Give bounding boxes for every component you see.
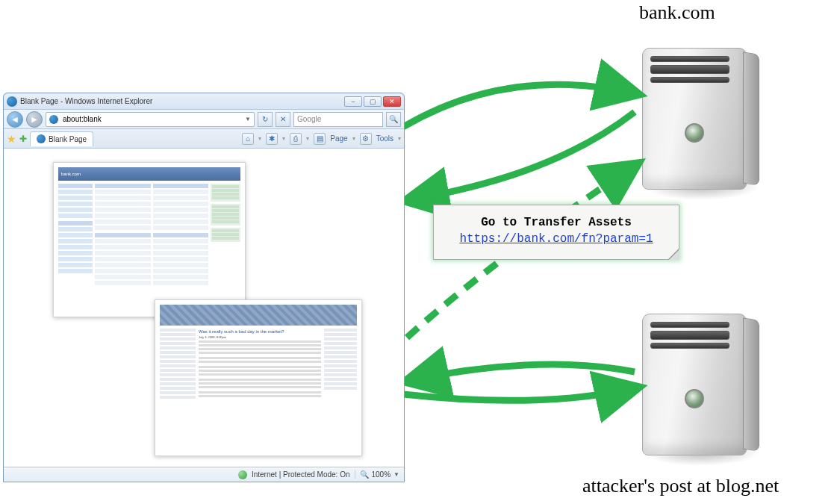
status-zone: Internet | Protected Mode: On bbox=[252, 470, 350, 479]
back-button[interactable]: ◄ bbox=[7, 111, 23, 128]
print-icon[interactable]: ⎙ bbox=[290, 133, 302, 145]
chevron-down-icon[interactable]: ▼ bbox=[393, 471, 399, 478]
power-button-icon bbox=[685, 389, 704, 408]
thumbnail-bank-page: bank.com bbox=[53, 162, 246, 317]
minimize-button[interactable]: − bbox=[344, 96, 362, 107]
thumbnail-blog-page: Was it really such a bad day in the mark… bbox=[155, 299, 362, 456]
ie-icon bbox=[37, 134, 46, 143]
address-input[interactable] bbox=[61, 114, 242, 124]
zoom-level: 100% bbox=[372, 470, 391, 479]
search-placeholder: Google bbox=[297, 115, 321, 123]
address-bar[interactable]: ▼ bbox=[46, 112, 255, 127]
tab-label: Blank Page bbox=[49, 135, 87, 143]
tab-blank[interactable]: Blank Page bbox=[30, 131, 93, 146]
status-bar: Internet | Protected Mode: On 🔍 100% ▼ bbox=[4, 467, 404, 482]
add-favorite-icon[interactable]: ✚ bbox=[19, 134, 27, 144]
bank-server-label: bank.com bbox=[639, 1, 715, 24]
search-button[interactable]: 🔍 bbox=[386, 112, 401, 127]
home-icon[interactable]: ⌂ bbox=[242, 133, 254, 145]
globe-icon bbox=[238, 470, 247, 479]
attacker-server-label: attacker's post at blog.net bbox=[582, 475, 779, 497]
blog-article-title: Was it really such a bad day in the mark… bbox=[199, 330, 321, 334]
maximize-button[interactable]: ▢ bbox=[364, 96, 382, 107]
tools-icon[interactable]: ⚙ bbox=[360, 133, 372, 145]
callout-note: Go to Transfer Assets https://bank.com/f… bbox=[433, 205, 679, 260]
page-menu[interactable]: Page bbox=[330, 134, 347, 143]
feeds-icon[interactable]: ✱ bbox=[266, 133, 278, 145]
zoom-icon[interactable]: 🔍 bbox=[360, 470, 369, 479]
arrow-csrf-dashed bbox=[388, 166, 635, 355]
arrow-bank-to-browser bbox=[409, 112, 635, 200]
browser-window: Blank Page - Windows Internet Explorer −… bbox=[3, 93, 405, 482]
tab-toolbar: ★ ✚ Blank Page ⌂▾ ✱▾ ⎙▾ ▤ Page▾ ⚙ Tools▾ bbox=[4, 129, 404, 149]
browser-viewport: bank.com bbox=[4, 149, 404, 467]
arrow-blog-to-browser bbox=[409, 364, 635, 381]
stop-button[interactable]: ✕ bbox=[276, 112, 290, 127]
server-attacker bbox=[642, 314, 747, 455]
arrow-browser-to-blog bbox=[403, 388, 635, 400]
close-button[interactable]: ✕ bbox=[383, 96, 401, 107]
favorites-icon[interactable]: ★ bbox=[7, 133, 16, 145]
ie-icon bbox=[7, 96, 17, 107]
search-box[interactable]: Google bbox=[293, 112, 383, 127]
page-icon bbox=[49, 115, 58, 124]
window-titlebar: Blank Page - Windows Internet Explorer −… bbox=[4, 93, 404, 110]
nav-toolbar: ◄ ► ▼ ↻ ✕ Google 🔍 bbox=[4, 110, 404, 129]
blog-article-date: July 3, 2008, 8:00pm bbox=[199, 335, 321, 339]
note-link[interactable]: https://bank.com/fn?param=1 bbox=[459, 232, 653, 246]
power-button-icon bbox=[685, 123, 704, 143]
forward-button[interactable]: ► bbox=[26, 111, 43, 128]
bank-page-header: bank.com bbox=[58, 167, 240, 181]
server-bank bbox=[642, 48, 747, 190]
page-menu-icon[interactable]: ▤ bbox=[314, 133, 326, 145]
chevron-down-icon[interactable]: ▼ bbox=[245, 116, 251, 122]
arrow-browser-to-bank bbox=[403, 84, 635, 127]
window-title: Blank Page - Windows Internet Explorer bbox=[20, 97, 344, 105]
refresh-button[interactable]: ↻ bbox=[258, 112, 273, 127]
note-title: Go to Transfer Assets bbox=[446, 216, 667, 229]
tools-menu[interactable]: Tools bbox=[376, 134, 393, 143]
